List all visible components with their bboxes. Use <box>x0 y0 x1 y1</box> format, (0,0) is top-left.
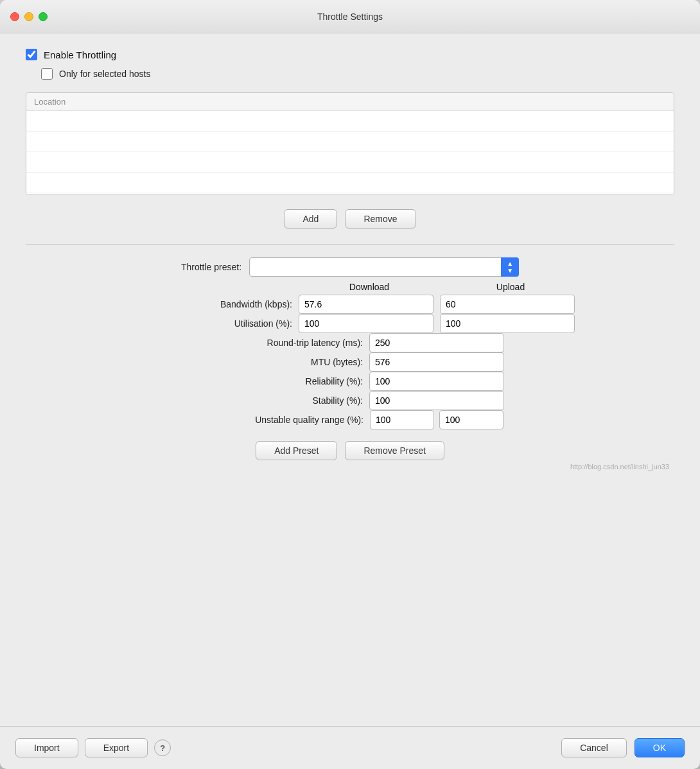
mtu-label: MTU (bytes): <box>196 357 363 367</box>
titlebar: Throttle Settings <box>0 0 700 33</box>
unstable-quality-input-1[interactable] <box>370 410 434 429</box>
only-selected-hosts-row: Only for selected hosts <box>41 68 674 80</box>
throttle-preset-row: Throttle preset: ▲ ▼ <box>26 257 674 277</box>
utilisation-label: Utilisation (%): <box>125 318 292 329</box>
footer: Import Export ? Cancel OK <box>0 726 700 769</box>
upload-header: Upload <box>440 282 581 292</box>
hosts-table-header: Location <box>26 93 674 111</box>
stability-label: Stability (%): <box>196 395 363 406</box>
preset-buttons: Add Preset Remove Preset <box>26 441 674 460</box>
column-headers: Download Upload <box>26 282 674 292</box>
mtu-row: MTU (bytes): <box>26 352 674 372</box>
remove-host-button[interactable]: Remove <box>345 209 416 229</box>
footer-left: Import Export ? <box>15 738 171 757</box>
remove-preset-button[interactable]: Remove Preset <box>345 441 444 460</box>
maximize-button[interactable] <box>39 12 48 21</box>
utilisation-download-input[interactable] <box>299 314 433 333</box>
export-button[interactable]: Export <box>85 738 148 757</box>
only-selected-hosts-label[interactable]: Only for selected hosts <box>59 69 150 79</box>
help-button[interactable]: ? <box>154 739 171 756</box>
bandwidth-label: Bandwidth (kbps): <box>125 299 292 309</box>
download-header: Download <box>299 282 440 292</box>
hosts-row-4 <box>26 173 674 193</box>
main-content: Enable Throttling Only for selected host… <box>0 33 700 726</box>
ok-button[interactable]: OK <box>634 738 685 757</box>
bandwidth-upload-input[interactable] <box>440 295 575 314</box>
throttle-settings-window: Throttle Settings Enable Throttling Only… <box>0 0 700 769</box>
cancel-button[interactable]: Cancel <box>561 738 627 757</box>
hosts-row-2 <box>26 132 674 152</box>
add-preset-button[interactable]: Add Preset <box>256 441 337 460</box>
stability-input[interactable] <box>369 391 504 410</box>
bandwidth-row: Bandwidth (kbps): <box>26 295 674 314</box>
divider <box>26 244 674 245</box>
minimize-button[interactable] <box>24 12 33 21</box>
throttle-preset-wrapper: ▲ ▼ <box>249 257 519 277</box>
reliability-label: Reliability (%): <box>196 376 363 386</box>
unstable-quality-row: Unstable quality range (%): <box>26 410 674 429</box>
throttle-preset-select[interactable] <box>249 257 519 277</box>
footer-right: Cancel OK <box>561 738 685 757</box>
only-selected-hosts-checkbox[interactable] <box>41 68 53 80</box>
close-button[interactable] <box>10 12 19 21</box>
hosts-table-body[interactable] <box>26 111 674 194</box>
utilisation-upload-input[interactable] <box>440 314 575 333</box>
latency-row: Round-trip latency (ms): <box>26 333 674 352</box>
hosts-buttons: Add Remove <box>26 209 674 229</box>
import-button[interactable]: Import <box>15 738 78 757</box>
latency-input[interactable] <box>369 333 504 352</box>
add-host-button[interactable]: Add <box>284 209 337 229</box>
window-title: Throttle Settings <box>317 12 383 22</box>
stability-row: Stability (%): <box>26 391 674 410</box>
unstable-quality-label: Unstable quality range (%): <box>197 415 363 425</box>
reliability-input[interactable] <box>369 372 504 391</box>
enable-throttling-row: Enable Throttling <box>26 49 674 60</box>
hosts-row-3 <box>26 152 674 173</box>
hosts-table: Location <box>26 92 674 195</box>
utilisation-row: Utilisation (%): <box>26 314 674 333</box>
enable-throttling-checkbox[interactable] <box>26 49 37 60</box>
throttle-preset-label: Throttle preset: <box>181 262 241 272</box>
bandwidth-download-input[interactable] <box>299 295 433 314</box>
unstable-quality-inputs <box>370 410 503 429</box>
hosts-row-1 <box>26 111 674 132</box>
enable-throttling-label[interactable]: Enable Throttling <box>44 49 116 60</box>
reliability-row: Reliability (%): <box>26 372 674 391</box>
traffic-lights <box>10 12 48 21</box>
watermark: http://blog.csdn.net/linshi_jun33 <box>26 460 674 473</box>
latency-label: Round-trip latency (ms): <box>196 338 363 348</box>
mtu-input[interactable] <box>369 352 504 372</box>
unstable-quality-input-2[interactable] <box>439 410 503 429</box>
